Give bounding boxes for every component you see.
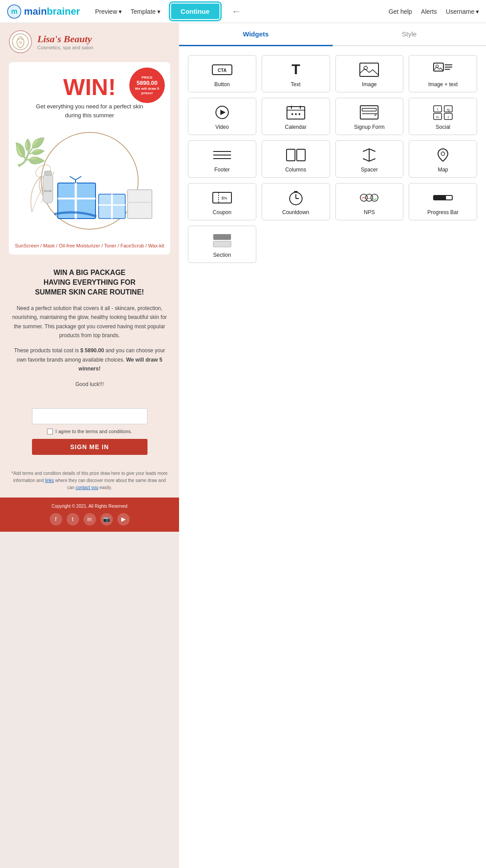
widget-image-text[interactable]: Image + text (409, 55, 477, 92)
footer-socials: f t in 📷 ▶ (9, 513, 170, 526)
template-nav[interactable]: Template ▾ (131, 8, 160, 15)
price-badge: PRICE 5890.00 We will draw 5 prizes! (129, 68, 165, 103)
svg-rect-21 (434, 63, 443, 71)
widget-footer[interactable]: Footer (188, 140, 256, 178)
svg-text:$%: $% (221, 196, 227, 200)
map-icon (432, 147, 454, 163)
logo: m mainbrainer (7, 4, 80, 19)
linkedin-icon[interactable]: in (84, 513, 96, 526)
svg-rect-15 (127, 202, 152, 203)
nav-right: Get help Alerts Username ▾ (389, 8, 479, 15)
signup-form-icon (359, 104, 380, 120)
email-body-paragraph1: Need a perfect solution that covers it a… (11, 304, 168, 340)
widgets-tabs: Widgets Style (179, 23, 486, 46)
svg-rect-68 (213, 241, 231, 247)
brand-logo (9, 30, 32, 53)
widget-text[interactable]: T Text (262, 55, 330, 92)
widget-video[interactable]: Video (188, 98, 256, 135)
chevron-down-icon: ▾ (157, 8, 160, 15)
svg-text:T: T (291, 62, 300, 77)
terms-label: I agree to the terms and conditions. (56, 429, 132, 434)
facebook-icon[interactable]: f (50, 513, 62, 526)
widget-social[interactable]: f ig in t Social (409, 98, 477, 135)
svg-text:f: f (437, 108, 438, 111)
email-hero: PRICE 5890.00 We will draw 5 prizes! WIN… (0, 58, 179, 259)
preview-nav[interactable]: Preview ▾ (95, 8, 122, 15)
footer-copyright: Copyright © 2021. All Rights Reserved (9, 504, 170, 509)
svg-rect-49 (287, 149, 295, 161)
username-menu[interactable]: Username ▾ (446, 8, 479, 15)
get-help-link[interactable]: Get help (389, 8, 412, 15)
email-signup-section: I agree to the terms and conditions. SIG… (0, 404, 179, 464)
svg-point-32 (291, 113, 293, 115)
chevron-down-icon: ▾ (476, 8, 479, 15)
button-icon: CTA (211, 62, 233, 78)
youtube-icon[interactable]: ▶ (117, 513, 130, 526)
hero-products: 🌿 ROSE (13, 123, 166, 239)
email-signup-input[interactable] (32, 408, 147, 424)
email-header: Lisa's Beauty Cosmetics, spa and salon (0, 23, 179, 58)
terms-checkbox[interactable] (47, 429, 53, 434)
svg-point-3 (19, 41, 22, 44)
logo-icon: m (7, 4, 21, 19)
svg-rect-66 (434, 195, 446, 200)
main-layout: Lisa's Beauty Cosmetics, spa and salon P… (0, 23, 486, 868)
email-good-luck: Good luck!!! (11, 380, 168, 389)
svg-rect-6 (44, 171, 52, 175)
hero-image-wrapper: PRICE 5890.00 We will draw 5 prizes! WIN… (9, 62, 170, 255)
tab-widgets[interactable]: Widgets (179, 23, 333, 46)
email-preview-pane: Lisa's Beauty Cosmetics, spa and salon P… (0, 23, 179, 868)
products-list: SunScreen / Mask / Oil-free Moisturizer … (15, 242, 164, 250)
svg-rect-14 (127, 190, 152, 219)
brand-logo-svg (12, 33, 29, 51)
widget-countdown[interactable]: Countdown (262, 183, 330, 220)
email-footer-bar: Copyright © 2021. All Rights Reserved f … (0, 498, 179, 532)
svg-text:ig: ig (447, 108, 450, 111)
continue-button[interactable]: Continue (171, 4, 219, 19)
widget-coupon[interactable]: $% Coupon (188, 183, 256, 220)
svg-rect-67 (213, 234, 231, 240)
widget-spacer[interactable]: Spacer (335, 140, 404, 178)
footer-links-link[interactable]: links (45, 478, 54, 483)
widget-image[interactable]: Image (335, 55, 404, 92)
svg-rect-13 (111, 194, 113, 219)
svg-text:ROSE: ROSE (44, 190, 52, 192)
nps-icon (359, 190, 380, 206)
widget-columns[interactable]: Columns (262, 140, 330, 178)
svg-point-33 (295, 113, 297, 115)
chevron-down-icon: ▾ (119, 8, 122, 15)
widget-section[interactable]: Section (188, 226, 256, 263)
svg-point-34 (299, 113, 300, 115)
coupon-icon: $% (211, 190, 233, 206)
footer-contact-link[interactable]: contact you (76, 485, 98, 490)
sign-me-in-button[interactable]: SIGN ME IN (32, 439, 147, 455)
instagram-icon[interactable]: 📷 (100, 513, 113, 526)
email-body: WIN A BIG PACKAGE HAVING EVERYTHING FOR … (0, 259, 179, 404)
widget-signup-form[interactable]: Signup Form (335, 98, 404, 135)
tab-style[interactable]: Style (333, 23, 486, 46)
countdown-icon (285, 190, 307, 206)
brand-info: Lisa's Beauty Cosmetics, spa and salon (37, 33, 93, 50)
widget-map[interactable]: Map (409, 140, 477, 178)
widget-progress-bar[interactable]: Progress Bar (409, 183, 477, 220)
svg-rect-50 (297, 149, 305, 161)
terms-row: I agree to the terms and conditions. (11, 429, 168, 434)
section-icon (211, 232, 233, 248)
svg-rect-19 (360, 63, 378, 76)
hero-subtitle: Get everything you need for a perfect sk… (36, 102, 143, 119)
image-text-icon (432, 62, 454, 78)
widget-calendar[interactable]: Calendar (262, 98, 330, 135)
svg-rect-36 (362, 108, 376, 111)
svg-point-64 (371, 194, 378, 201)
logo-text: mainbrainer (24, 6, 80, 17)
widget-button[interactable]: CTA Button (188, 55, 256, 92)
spacer-icon (359, 147, 380, 163)
svg-text:t: t (448, 115, 449, 119)
widgets-pane: Widgets Style CTA Button T Text (179, 23, 486, 868)
footer-icon (211, 147, 233, 163)
twitter-icon[interactable]: t (67, 513, 79, 526)
widget-nps[interactable]: NPS (335, 183, 404, 220)
svg-rect-28 (287, 107, 305, 119)
svg-rect-35 (360, 106, 378, 119)
alerts-link[interactable]: Alerts (421, 8, 437, 15)
